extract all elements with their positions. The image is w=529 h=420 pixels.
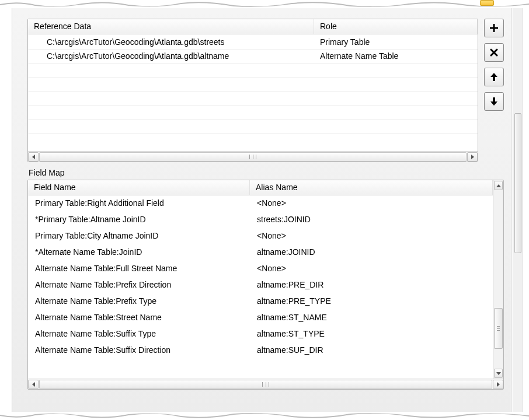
scroll-track[interactable] (39, 152, 467, 162)
table-row[interactable]: Primary Table:City Altname JoinID<None> (28, 228, 493, 244)
refdata-role: Primary Table (314, 36, 478, 49)
table-row[interactable]: *Alternate Name Table:JoinIDaltname:JOIN… (28, 244, 493, 261)
field-name: Alternate Name Table:Suffix Type (28, 326, 250, 342)
table-row[interactable]: C:\arcgis\ArcTutor\Geocoding\Atlanta.gdb… (28, 50, 478, 64)
alias-name: altname:ST_NAME (250, 310, 493, 326)
field-map-table[interactable]: Field Name Alias Name Primary Table:Righ… (27, 180, 504, 390)
table-row[interactable]: Primary Table:Right Additional Field<Non… (28, 195, 493, 212)
refdata-path: C:\arcgis\ArcTutor\Geocoding\Atlanta.gdb… (28, 36, 314, 49)
field-name: Alternate Name Table:Full Street Name (28, 261, 250, 277)
field-map-vertical-scrollbar[interactable] (493, 180, 503, 379)
field-name: Alternate Name Table:Prefix Type (28, 293, 250, 310)
refdata-path: C:\arcgis\ArcTutor\Geocoding\Atlanta.gdb… (28, 50, 314, 63)
field-map-label: Field Map (29, 168, 504, 177)
scroll-up-button[interactable] (494, 181, 503, 190)
alias-name: <None> (250, 228, 493, 244)
add-button[interactable] (484, 19, 504, 37)
field-name: Alternate Name Table:Street Name (28, 310, 250, 326)
field-name: Alternate Name Table:Suffix Direction (28, 342, 250, 359)
alias-name: altname:ST_TYPE (250, 326, 493, 342)
column-header-reference-data[interactable]: Reference Data (28, 19, 314, 34)
table-row[interactable]: Alternate Name Table:Suffix Typealtname:… (28, 326, 493, 342)
arrow-up-icon (490, 72, 498, 82)
move-down-button[interactable] (484, 92, 504, 111)
table-row[interactable]: Alternate Name Table:Full Street Name<No… (28, 261, 493, 277)
field-name: Primary Table:Right Additional Field (28, 195, 250, 212)
scroll-right-button[interactable] (493, 380, 503, 389)
column-header-field-name[interactable]: Field Name (28, 180, 250, 195)
torn-edge-bottom (0, 412, 529, 420)
table-row[interactable]: Alternate Name Table:Suffix Directionalt… (28, 342, 493, 359)
refdata-role: Alternate Name Table (314, 50, 478, 63)
alias-name: <None> (250, 195, 493, 212)
reference-data-horizontal-scrollbar[interactable] (28, 151, 478, 162)
reference-data-rows: C:\arcgis\ArcTutor\Geocoding\Atlanta.gdb… (28, 34, 478, 134)
svg-rect-1 (490, 27, 498, 29)
column-header-alias-name[interactable]: Alias Name (250, 180, 493, 195)
x-icon (490, 48, 498, 57)
reference-data-table[interactable]: Reference Data Role C:\arcgis\ArcTutor\G… (27, 19, 478, 162)
field-map-rows: Primary Table:Right Additional Field<Non… (28, 195, 493, 379)
scroll-left-button[interactable] (28, 380, 39, 389)
table-row[interactable]: Alternate Name Table:Street Namealtname:… (28, 310, 493, 326)
table-row[interactable]: Alternate Name Table:Prefix Directionalt… (28, 277, 493, 293)
table-row[interactable]: C:\arcgis\ArcTutor\Geocoding\Atlanta.gdb… (28, 36, 478, 50)
remove-button[interactable] (484, 43, 504, 62)
torn-edge-top (0, 0, 529, 8)
table-row[interactable]: Alternate Name Table:Prefix Typealtname:… (28, 293, 493, 310)
field-map-horizontal-scrollbar[interactable] (28, 379, 503, 389)
field-name: *Alternate Name Table:JoinID (28, 244, 250, 261)
move-up-button[interactable] (484, 68, 504, 86)
field-name: Alternate Name Table:Prefix Direction (28, 277, 250, 293)
plus-icon (489, 23, 499, 33)
field-name: *Primary Table:Altname JoinID (28, 212, 250, 228)
field-name: Primary Table:City Altname JoinID (28, 228, 250, 244)
scroll-left-button[interactable] (28, 152, 39, 162)
scroll-track[interactable] (39, 380, 492, 389)
alias-name: <None> (250, 261, 493, 277)
alias-name: streets:JOINID (250, 212, 493, 228)
arrow-down-icon (490, 97, 498, 106)
scroll-down-button[interactable] (494, 369, 503, 378)
panel-vertical-scrollbar[interactable] (513, 8, 523, 412)
partial-icon (480, 0, 494, 6)
column-header-role[interactable]: Role (314, 19, 478, 34)
alias-name: altname:JOINID (250, 244, 493, 261)
alias-name: altname:SUF_DIR (250, 342, 493, 359)
alias-name: altname:PRE_DIR (250, 277, 493, 293)
table-row[interactable]: *Primary Table:Altname JoinIDstreets:JOI… (28, 212, 493, 228)
alias-name: altname:PRE_TYPE (250, 293, 493, 310)
scroll-right-button[interactable] (467, 152, 478, 162)
